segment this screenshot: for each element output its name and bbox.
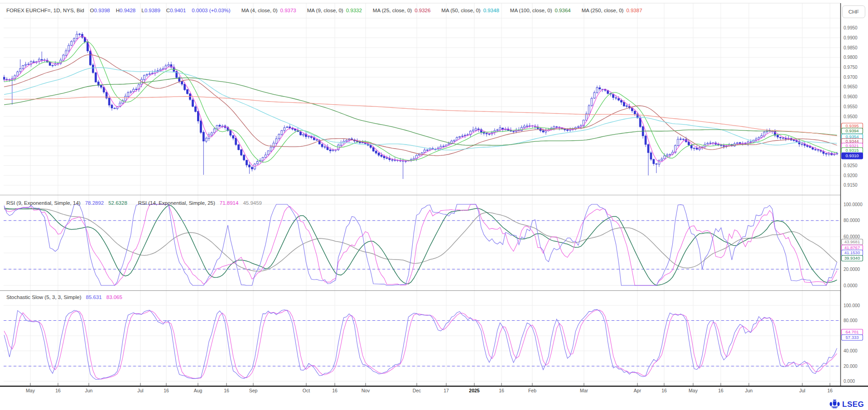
change-value: 0.0003 (+0.03%) [192,8,230,13]
svg-text:17: 17 [444,388,449,393]
svg-text:60.0000: 60.0000 [844,234,860,239]
open-value: O0.9398 [90,8,110,13]
svg-text:May: May [689,388,698,393]
svg-text:16: 16 [164,388,169,393]
svg-text:Feb: Feb [528,388,536,393]
svg-text:16: 16 [499,388,504,393]
svg-text:20.000: 20.000 [844,364,858,369]
svg-text:57.333: 57.333 [845,335,858,340]
svg-text:0.9150: 0.9150 [844,183,858,188]
svg-text:0.9650: 0.9650 [844,84,858,89]
ma9-legend[interactable]: MA (9, close, 0)0.9332 [307,8,362,13]
svg-text:Mar: Mar [580,388,588,393]
svg-text:Jul: Jul [137,388,143,393]
svg-text:0.9950: 0.9950 [844,25,858,30]
svg-text:41.8767: 41.8767 [844,245,860,250]
stochastic-legend[interactable]: Stochastic Slow (5, 3, 3, Simple) 85.631… [6,294,122,300]
svg-text:16: 16 [718,388,723,393]
svg-text:0.9600: 0.9600 [844,94,858,99]
axis-currency-button[interactable]: CHF [842,5,865,18]
svg-text:Jun: Jun [85,388,93,393]
svg-text:100.000: 100.000 [844,303,860,308]
svg-text:Sep: Sep [249,388,258,393]
svg-text:41.1530: 41.1530 [844,250,860,255]
svg-text:100.0000: 100.0000 [844,202,863,207]
svg-text:May: May [26,388,35,393]
ma100-legend[interactable]: MA (100, close, 0)0.9364 [510,8,571,13]
svg-text:0.000: 0.000 [844,379,855,384]
svg-text:Apr: Apr [634,388,641,393]
svg-text:Aug: Aug [194,388,203,393]
svg-text:16: 16 [55,388,61,393]
instrument-title[interactable]: FOREX EURCHF=, 1D, NYS, Bid [6,8,84,13]
svg-text:0.9200: 0.9200 [844,173,858,178]
lseg-logo: LSEG [829,400,864,409]
close-value: C0.9401 [166,8,186,13]
chart-window: 0.99500.99000.98500.98000.97500.97000.96… [0,0,868,410]
svg-text:0.9550: 0.9550 [844,104,858,109]
ma25-legend[interactable]: MA (25, close, 0)0.9326 [373,8,430,13]
svg-text:39.9340: 39.9340 [844,256,860,260]
svg-text:16: 16 [827,388,833,393]
svg-text:0.0000: 0.0000 [844,283,858,288]
svg-text:0.9310: 0.9310 [845,153,858,158]
low-value: L0.9389 [141,8,160,13]
svg-text:Dec: Dec [413,388,421,393]
svg-text:40.000: 40.000 [844,348,858,353]
svg-text:0.9500: 0.9500 [844,114,858,119]
svg-text:0.9700: 0.9700 [844,75,858,80]
svg-text:0.9750: 0.9750 [844,65,858,70]
ma50-legend[interactable]: MA (50, close, 0)0.9348 [441,8,499,13]
svg-text:Jun: Jun [745,388,753,393]
lseg-crest-icon [829,400,840,409]
svg-text:0.9394: 0.9394 [845,128,858,133]
svg-text:0.9315: 0.9315 [845,148,858,153]
svg-text:16: 16 [224,388,229,393]
svg-text:0.9395: 0.9395 [845,123,858,128]
svg-text:Oct: Oct [303,388,310,393]
ma250-legend[interactable]: MA (250, close, 0)0.9387 [582,8,642,13]
svg-text:80.0000: 80.0000 [844,218,860,223]
svg-text:0.9900: 0.9900 [844,35,858,40]
main-chart-legend[interactable]: FOREX EURCHF=, 1D, NYS, Bid O0.9398 H0.9… [6,8,642,13]
svg-text:20.0000: 20.0000 [844,267,860,272]
svg-text:Nov: Nov [362,388,370,393]
svg-text:2025: 2025 [469,388,480,393]
svg-text:16: 16 [332,388,338,393]
svg-text:16: 16 [661,388,667,393]
svg-text:0.9850: 0.9850 [844,45,858,50]
svg-text:64.701: 64.701 [845,329,858,334]
rsi-legend[interactable]: RSI (9, Exponential, Simple, 14) 78.2892… [6,200,262,206]
svg-text:0.9800: 0.9800 [844,55,858,60]
lseg-logo-text: LSEG [842,400,864,409]
high-value: H0.9428 [116,8,136,13]
svg-text:80.000: 80.000 [844,318,858,323]
svg-text:Jul: Jul [799,388,805,393]
ma4-legend[interactable]: MA (4, close, 0)0.9373 [241,8,296,13]
svg-text:43.9681: 43.9681 [844,239,860,244]
svg-text:0.9250: 0.9250 [844,163,858,168]
